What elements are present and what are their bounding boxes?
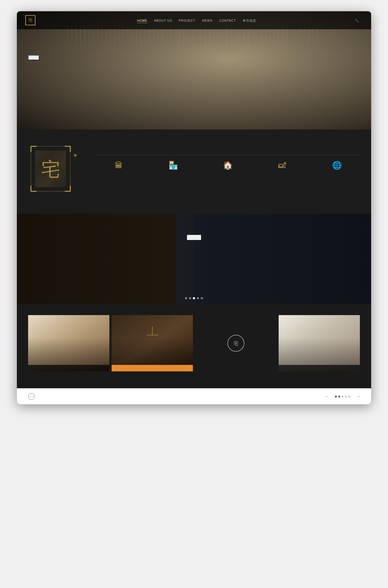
- carousel-view-more-button[interactable]: [187, 235, 201, 240]
- portfolio-card-2[interactable]: [112, 315, 193, 371]
- portfolio-card-2-info: [112, 365, 193, 371]
- portfolio-logo-placeholder: 宅: [227, 335, 244, 352]
- nav-bar: 宅 HOME ABOUT US PROJECT NEWS CONTACT 本月动…: [17, 11, 371, 29]
- service-soft-loading: 🛋: [259, 161, 305, 172]
- bottom-bar: →→ ← →: [17, 388, 371, 404]
- global-purchase-icon: 🌐: [314, 161, 360, 170]
- about-section: 宅 空间设计机构 🏛 🏪: [17, 129, 371, 214]
- carousel-dot-4[interactable]: [197, 297, 199, 299]
- phone-icon: 📞: [355, 19, 359, 22]
- portfolio-card-4-info: [279, 365, 360, 371]
- nav-item-about[interactable]: ABOUT US: [154, 18, 172, 23]
- hero-section: // Generate crystal strands via inline s…: [17, 11, 371, 129]
- next-button[interactable]: →: [355, 394, 360, 398]
- soft-loading-icon: 🛋: [259, 161, 305, 170]
- about-logo-img: 宅 空间设计机构: [28, 143, 79, 200]
- service-residential: 🏠: [205, 161, 251, 172]
- portfolio-section: 宅: [17, 304, 371, 388]
- service-commercial: 🏪: [150, 161, 196, 172]
- website-frame: // Generate crystal strands via inline s…: [17, 11, 371, 404]
- svg-text:宅: 宅: [41, 159, 60, 180]
- carousel-dot-1[interactable]: [185, 297, 187, 299]
- page-dot-2[interactable]: [338, 396, 340, 398]
- carousel-dot-2[interactable]: [189, 297, 191, 299]
- page-dots: [335, 396, 350, 398]
- page-dot-3[interactable]: [342, 396, 344, 398]
- commercial-icon: 🏪: [150, 161, 196, 170]
- prev-arrow-icon: ←: [325, 394, 329, 398]
- service-architecture: 🏛: [96, 161, 142, 172]
- carousel-dot-3[interactable]: [193, 297, 195, 299]
- page-dot-1[interactable]: [335, 396, 337, 398]
- carousel-dot-5[interactable]: [201, 297, 203, 299]
- portfolio-card-1-bg: [28, 315, 109, 371]
- page-header: [0, 0, 388, 11]
- residential-icon: 🏠: [205, 161, 251, 170]
- page-dot-4[interactable]: [345, 396, 347, 398]
- next-arrow-icon: →: [357, 394, 360, 398]
- carousel-dots: [185, 297, 203, 299]
- nav-item-news[interactable]: NEWS: [202, 18, 213, 23]
- hero-content: [17, 29, 371, 66]
- portfolio-card-2-bg: [112, 315, 193, 371]
- nav-logo-icon: 宅: [25, 15, 35, 25]
- nav-phone: 📞: [355, 19, 363, 22]
- portfolio-card-1[interactable]: [28, 315, 109, 371]
- nav-item-project[interactable]: PROJECT: [179, 18, 195, 23]
- about-logo-block: 宅 空间设计机构: [28, 143, 84, 200]
- portfolio-card-1-info: [28, 365, 109, 371]
- page-dot-5[interactable]: [348, 396, 350, 398]
- nav-item-contact[interactable]: CONTACT: [219, 18, 236, 23]
- portfolio-card-4[interactable]: [279, 315, 360, 371]
- prev-button[interactable]: ←: [325, 394, 330, 398]
- services-grid: 🏛 🏪 🏠 🛋: [96, 155, 360, 172]
- service-global-purchase: 🌐: [314, 161, 360, 172]
- nav-item-home[interactable]: HOME: [137, 18, 147, 23]
- portfolio-grid: 宅: [28, 315, 360, 371]
- hero-more-cases-button[interactable]: [28, 55, 39, 60]
- carousel-section: [17, 214, 371, 304]
- view-all-icon: →→: [28, 393, 35, 400]
- carousel-content: [17, 214, 371, 254]
- svg-text:空间设计机构: 空间设计机构: [74, 154, 77, 157]
- nav-links: HOME ABOUT US PROJECT NEWS CONTACT 本月动态: [137, 18, 256, 23]
- about-logo-svg: 宅 空间设计机构: [28, 143, 79, 200]
- portfolio-card-4-bg: [279, 315, 360, 371]
- svg-text:宅: 宅: [233, 341, 238, 346]
- nav-logo[interactable]: 宅: [25, 15, 38, 25]
- portfolio-card-3-bg: 宅: [195, 315, 276, 371]
- view-all-button[interactable]: →→: [28, 393, 37, 400]
- pagination-nav: ← →: [325, 394, 360, 398]
- architecture-icon: 🏛: [96, 161, 142, 170]
- portfolio-card-3[interactable]: 宅: [195, 315, 276, 371]
- nav-item-monthly[interactable]: 本月动态: [243, 18, 256, 23]
- about-content: 🏛 🏪 🏠 🛋: [96, 143, 360, 172]
